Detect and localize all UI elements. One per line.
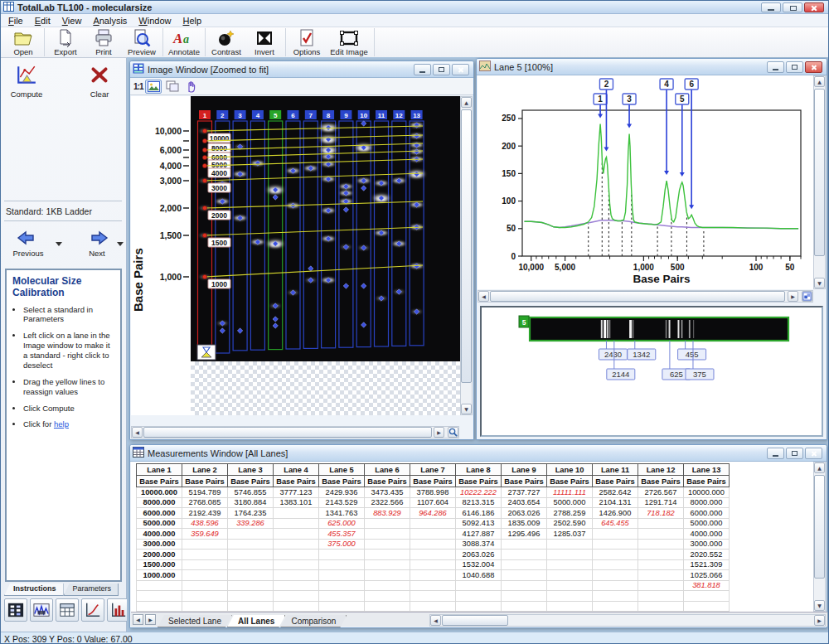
table-view-icon[interactable] xyxy=(56,598,79,622)
table-cell[interactable] xyxy=(319,580,365,591)
table-cell[interactable]: 375.000 xyxy=(319,539,365,550)
table-cell[interactable]: 3777.123 xyxy=(274,487,319,498)
table-cell[interactable]: 1383.101 xyxy=(274,497,319,508)
table-cell[interactable]: 1107.604 xyxy=(410,497,456,508)
table-cell[interactable]: 2582.642 xyxy=(593,487,638,498)
table-cell[interactable] xyxy=(638,580,684,591)
table-cell[interactable] xyxy=(182,580,228,591)
image-vertical-scrollbar[interactable]: ▲ ▼ xyxy=(460,96,473,415)
image-view-tool[interactable] xyxy=(145,80,162,94)
table-cell[interactable]: 6000.000 xyxy=(137,508,182,519)
table-cell[interactable] xyxy=(365,550,410,560)
column-header[interactable]: Lane 7 xyxy=(410,464,456,476)
tab-scroll-left[interactable]: ◀ xyxy=(133,614,143,625)
column-header[interactable]: Lane 4 xyxy=(274,464,319,476)
table-cell[interactable]: 2143.529 xyxy=(319,497,365,508)
table-cell[interactable] xyxy=(547,550,593,560)
previous-button[interactable]: Previous xyxy=(7,230,49,258)
table-cell[interactable]: 11111.111 xyxy=(547,487,593,498)
measurements-titlebar[interactable]: Measurements Window [All Lanes] xyxy=(130,445,827,462)
table-cell[interactable] xyxy=(593,580,638,591)
chart-corner-icon[interactable] xyxy=(802,291,812,302)
table-cell[interactable]: 1426.900 xyxy=(593,508,638,519)
column-header[interactable]: Lane 6 xyxy=(365,464,410,476)
lane-strip[interactable] xyxy=(530,317,788,341)
table-cell[interactable]: 2502.590 xyxy=(547,518,593,529)
table-cell[interactable]: 4000.000 xyxy=(137,529,182,540)
table-cell[interactable] xyxy=(638,518,684,529)
menu-view[interactable]: View xyxy=(56,15,88,27)
table-cell[interactable]: 3788.998 xyxy=(410,487,456,498)
table-cell[interactable] xyxy=(410,539,456,550)
marker-tool-icon[interactable] xyxy=(197,345,216,360)
restore-button[interactable] xyxy=(783,2,802,12)
table-cell[interactable] xyxy=(502,570,547,581)
table-cell[interactable]: 8213.315 xyxy=(456,497,502,508)
table-cell[interactable] xyxy=(410,529,456,540)
image-horizontal-scrollbar[interactable]: ◀ ▶ xyxy=(131,426,459,438)
table-cell[interactable] xyxy=(593,539,638,550)
table-cell[interactable] xyxy=(274,570,319,581)
image-window-titlebar[interactable]: Image Window [Zoomed to fit] xyxy=(130,61,473,78)
annotate-button[interactable]: AaAnnotate xyxy=(165,28,203,56)
compute-button[interactable]: Compute xyxy=(7,65,46,99)
table-cell[interactable]: 1341.763 xyxy=(319,508,365,519)
tab-scroll-right[interactable]: ▶ xyxy=(145,614,156,625)
tab-all-lanes[interactable]: All Lanes xyxy=(227,615,285,627)
next-dropdown-caret[interactable] xyxy=(117,242,124,246)
table-cell[interactable]: 1835.009 xyxy=(502,518,547,529)
table-cell[interactable] xyxy=(228,580,274,591)
table-cell[interactable] xyxy=(502,550,547,560)
table-cell[interactable]: 2737.727 xyxy=(502,487,547,498)
tab-selected-lane[interactable]: Selected Lane xyxy=(158,615,232,627)
table-cell[interactable] xyxy=(228,570,274,581)
table-cell[interactable] xyxy=(319,559,365,570)
close-button[interactable] xyxy=(804,2,824,12)
table-cell[interactable]: 10000.000 xyxy=(137,487,182,498)
chart-vertical-scrollbar[interactable]: ▲ ▼ xyxy=(813,75,826,289)
lane-window-maximize-button[interactable] xyxy=(786,61,803,73)
copy-image-tool[interactable] xyxy=(164,80,181,94)
column-header[interactable]: Lane 2 xyxy=(182,464,228,476)
table-cell[interactable]: 718.182 xyxy=(638,508,684,519)
table-cell[interactable]: 2768.085 xyxy=(182,497,228,508)
measurements-table[interactable]: Lane 1Lane 2Lane 3Lane 4Lane 5Lane 6Lane… xyxy=(136,463,730,612)
table-cell[interactable] xyxy=(638,559,684,570)
lane-profile-chart[interactable]: 05010015020025010,0005,0001,00050010050B… xyxy=(478,75,814,289)
table-cell[interactable]: 1291.714 xyxy=(638,497,684,508)
lane-window-close-button[interactable] xyxy=(805,61,822,73)
table-cell[interactable] xyxy=(638,539,684,550)
table-cell[interactable]: 5000.000 xyxy=(684,518,730,529)
table-cell[interactable] xyxy=(502,539,547,550)
table-cell[interactable] xyxy=(228,529,274,540)
table-cell[interactable]: 3000.000 xyxy=(137,539,182,550)
table-cell[interactable] xyxy=(182,550,228,560)
table-cell[interactable] xyxy=(274,559,319,570)
table-cell[interactable]: 1521.309 xyxy=(684,559,730,570)
column-header[interactable]: Lane 3 xyxy=(228,464,274,476)
table-cell[interactable] xyxy=(410,559,456,570)
table-cell[interactable] xyxy=(365,539,410,550)
options-button[interactable]: Options xyxy=(288,28,326,56)
column-header[interactable]: Lane 1 xyxy=(137,464,182,476)
table-cell[interactable]: 2192.439 xyxy=(182,508,228,519)
measurements-close-button[interactable] xyxy=(805,448,822,459)
table-cell[interactable] xyxy=(593,529,638,540)
open-button[interactable]: Open xyxy=(4,28,42,56)
invert-button[interactable]: Invert xyxy=(245,28,284,56)
table-cell[interactable]: 4000.000 xyxy=(684,529,730,540)
table-cell[interactable]: 1025.066 xyxy=(684,570,730,581)
tab-instructions[interactable]: Instructions xyxy=(4,583,64,596)
table-cell[interactable] xyxy=(410,580,456,591)
minimize-button[interactable] xyxy=(761,2,781,12)
preview-button[interactable]: Preview xyxy=(123,28,161,56)
table-cell[interactable]: 2403.654 xyxy=(502,497,547,508)
table-cell[interactable] xyxy=(228,550,274,560)
table-cell[interactable] xyxy=(502,559,547,570)
table-cell[interactable] xyxy=(502,580,547,591)
table-cell[interactable]: 2726.567 xyxy=(638,487,684,498)
table-cell[interactable]: 1040.688 xyxy=(456,570,502,581)
table-cell[interactable] xyxy=(365,570,410,581)
table-cell[interactable] xyxy=(638,570,684,581)
table-cell[interactable] xyxy=(593,559,638,570)
